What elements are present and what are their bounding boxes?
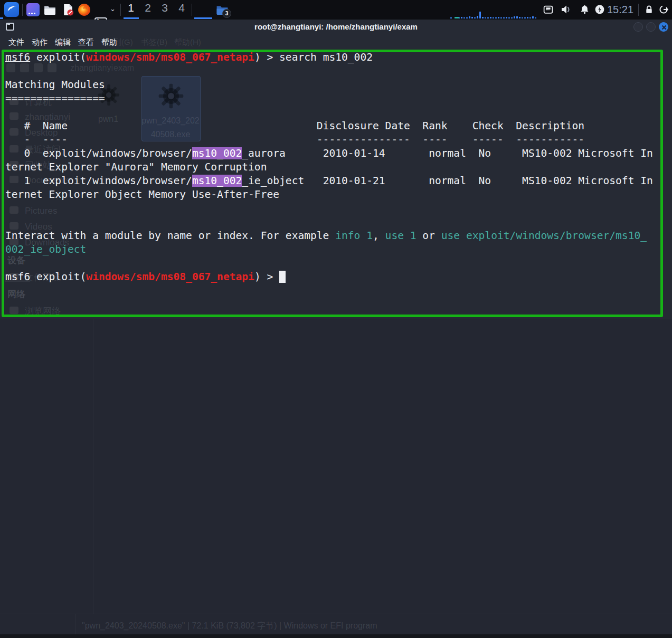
fm-faded-menu-item: 帮助(H) — [174, 37, 201, 47]
sidebar-divider — [93, 319, 93, 614]
workspace-4[interactable]: 4 — [173, 2, 190, 14]
workspace-3[interactable]: 3 — [156, 2, 173, 14]
notifications-bell-icon[interactable] — [580, 4, 590, 17]
network-usage-graph — [450, 11, 539, 19]
window-manager-icon[interactable] — [26, 3, 40, 16]
power-manager-icon[interactable] — [594, 4, 605, 17]
workspace-1[interactable]: 1 — [122, 2, 139, 14]
top-panel: $_ ⌄ 1234 ⌐ 3 — [0, 0, 672, 20]
file-manager-lower-area: "pwn_2403_20240508.exe" | 72.1 KiB (73,8… — [0, 319, 672, 638]
panel-separator — [638, 4, 639, 16]
fm-faded-menu-item: 转到(G) — [106, 37, 133, 47]
panel-active-dash — [0, 17, 3, 19]
taskbar-active-underline — [194, 17, 212, 19]
taskbar-files-button[interactable]: 3 — [215, 3, 230, 16]
menu-item-1[interactable]: 动作 — [32, 37, 48, 47]
chevron-down-icon[interactable]: ⌄ — [110, 5, 116, 13]
text-editor-icon[interactable] — [61, 3, 74, 16]
window-titlebar[interactable]: root@zhangtianyi: /home/zhangtianyi/exam — [0, 20, 672, 35]
firefox-icon[interactable] — [78, 3, 91, 16]
maximize-button[interactable] — [646, 22, 656, 32]
statusbar-divider-vertical — [75, 614, 76, 634]
panel-separator — [120, 4, 121, 16]
menu-item-2[interactable]: 编辑 — [55, 37, 71, 47]
menu-item-3[interactable]: 查看 — [78, 37, 94, 47]
terminal-viewport[interactable]: zhangtianyi exam 计算机zhangtianyiDesktop最近… — [0, 50, 672, 319]
window-bottom-edge — [0, 634, 672, 638]
kali-menu-button[interactable] — [4, 2, 19, 17]
annotation-green-border — [2, 50, 663, 317]
logout-icon[interactable] — [659, 4, 669, 17]
minimize-button[interactable] — [633, 22, 643, 32]
clock[interactable]: 15:21 — [607, 4, 636, 16]
statusbar-divider — [0, 614, 672, 614]
menu-item-0[interactable]: 文件 — [8, 37, 24, 47]
close-button[interactable] — [659, 22, 668, 32]
file-manager-icon[interactable] — [43, 3, 56, 16]
window-title: root@zhangtianyi: /home/zhangtianyi/exam — [0, 22, 672, 31]
notification-badge: 3 — [222, 9, 231, 18]
kali-logo-icon — [6, 3, 17, 16]
workspace-2[interactable]: 2 — [139, 2, 156, 14]
fm-statusbar-text: "pwn_2403_20240508.exe" | 72.1 KiB (73,8… — [82, 621, 377, 632]
panel-separator — [22, 4, 23, 16]
panel-separator — [192, 4, 192, 16]
workspace-active-underline — [124, 17, 139, 19]
fm-faded-menu-item: 书签(B) — [141, 37, 167, 47]
menu-bar: 文件动作编辑查看帮助 转到(G)书签(B)帮助(H) — [0, 35, 672, 50]
network-port-icon[interactable] — [543, 4, 554, 17]
close-icon — [661, 24, 667, 31]
lock-icon[interactable] — [644, 4, 654, 17]
volume-icon[interactable] — [560, 4, 572, 17]
